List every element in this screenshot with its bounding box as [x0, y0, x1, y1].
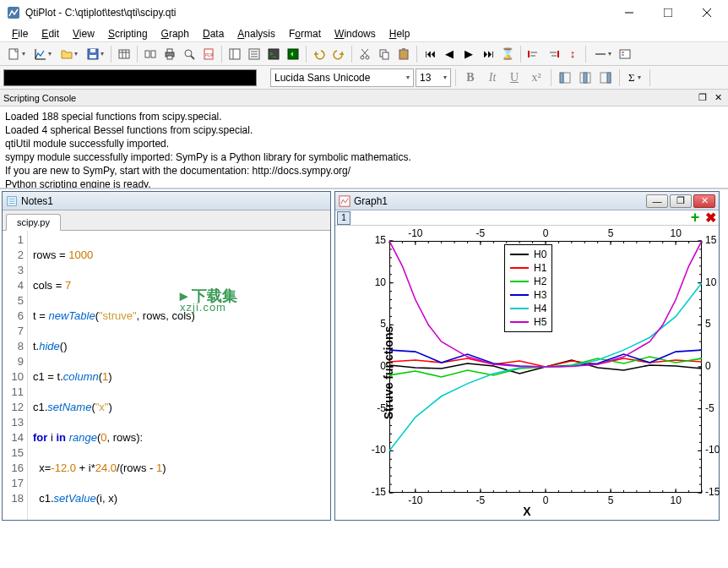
svg-rect-40	[402, 48, 405, 51]
legend-label: H3	[534, 288, 546, 302]
underline-button[interactable]: U	[504, 68, 524, 87]
menu-file[interactable]: File	[5, 26, 35, 41]
notes-tabstrip: scipy.py	[3, 210, 330, 231]
console-close-button[interactable]: ✕	[711, 91, 725, 105]
y-tick: -15	[366, 486, 386, 498]
code-text[interactable]: rows = 1000 cols = 7 t = newTable("struv…	[28, 231, 330, 520]
notes-window[interactable]: Notes1 scipy.py 123456789101112131415161…	[2, 191, 331, 521]
project-explorer-button[interactable]	[225, 45, 244, 63]
graph-minimize-button[interactable]: —	[646, 194, 668, 208]
svg-rect-18	[167, 49, 172, 52]
menu-view[interactable]: View	[66, 26, 101, 41]
y-tick-right: 5	[705, 318, 711, 330]
script-window-button[interactable]: >_	[264, 45, 283, 63]
layer-1-button[interactable]: 1	[337, 211, 350, 225]
skip-fwd-button[interactable]: ⏭	[479, 45, 497, 63]
plot-area[interactable]: Struve functions X -10-10-5-500551010-15…	[335, 226, 719, 520]
y-tick-right: 10	[705, 276, 716, 288]
color-preview[interactable]	[3, 69, 257, 86]
legend-label: H0	[534, 248, 546, 261]
step-fwd-button[interactable]: ▶	[459, 45, 478, 63]
graph-titlebar[interactable]: Graph1 — ❐ ✕	[335, 192, 719, 210]
save-button[interactable]: ▾	[82, 45, 107, 63]
format-toolbar: Lucida Sans Unicode▾ 13▾ B It U x² Σ▾	[0, 66, 728, 90]
x-tick: -5	[470, 494, 491, 506]
menu-analysis[interactable]: Analysis	[231, 26, 282, 41]
menu-format[interactable]: Format	[282, 26, 328, 41]
legend-label: H4	[534, 302, 546, 315]
window-titlebar: QtiPlot - C:\qtiplot\test\qti\scipy.qti	[0, 0, 728, 25]
results-log-button[interactable]	[245, 45, 263, 63]
add-layer-button[interactable]: +	[688, 211, 702, 225]
step-back-button[interactable]: ◀	[440, 45, 459, 63]
legend-button[interactable]	[616, 45, 634, 63]
y-tick: 10	[366, 276, 386, 288]
col-mid-icon[interactable]	[576, 68, 595, 87]
open-button[interactable]: ▾	[56, 45, 81, 63]
new-project-button[interactable]: ▾	[3, 45, 29, 63]
legend[interactable]: H0H1H2H3H4H5	[504, 244, 552, 332]
font-size-select[interactable]: 13▾	[416, 68, 451, 87]
window-maximize-button[interactable]	[649, 0, 687, 25]
x-axis-label[interactable]: X	[523, 505, 530, 518]
legend-label: H2	[534, 275, 546, 288]
undo-stack-button[interactable]	[284, 45, 302, 63]
italic-button[interactable]: It	[482, 68, 503, 87]
export-pdf-button[interactable]: PDF	[199, 45, 218, 63]
print-button[interactable]	[160, 45, 179, 63]
preview-button[interactable]	[180, 45, 198, 63]
align-left-icon[interactable]	[524, 45, 543, 63]
remove-layer-button[interactable]: ✖	[704, 211, 717, 225]
paste-button[interactable]	[394, 45, 413, 63]
graph-window[interactable]: Graph1 — ❐ ✕ 1 + ✖ Struve functions X -1…	[334, 191, 720, 521]
menu-graph[interactable]: Graph	[155, 26, 196, 41]
graph-close-button[interactable]: ✕	[693, 194, 715, 208]
new-table-button[interactable]	[115, 45, 133, 63]
menu-windows[interactable]: Windows	[328, 26, 383, 41]
svg-rect-51	[560, 73, 563, 83]
window-close-button[interactable]	[687, 0, 726, 25]
y-tick-right: 0	[705, 360, 711, 372]
bold-button[interactable]: B	[460, 68, 481, 87]
code-editor[interactable]: 123456789101112131415161718 rows = 1000 …	[3, 231, 330, 520]
x-tick-top: 0	[535, 227, 556, 239]
sigma-button[interactable]: Σ▾	[624, 68, 645, 87]
y-tick-right: 15	[705, 234, 716, 246]
line-style-button[interactable]: ▾	[589, 45, 615, 63]
svg-point-20	[185, 50, 192, 57]
console-line: qtiUtil module successfully imported.	[5, 137, 723, 150]
notes-title: Notes1	[21, 195, 327, 207]
main-toolbar: ▾ ▾ ▾ ▾ PDF >_ ⏮ ◀ ▶ ⏭ ⌛ ↕ ▾	[0, 42, 728, 66]
sort-icon[interactable]: ↕	[563, 45, 582, 63]
app-icon	[7, 6, 20, 19]
cut-button[interactable]	[356, 45, 374, 63]
menu-data[interactable]: Data	[196, 26, 231, 41]
svg-line-21	[191, 56, 194, 59]
skip-back-button[interactable]: ⏮	[421, 45, 439, 63]
duplicate-button[interactable]	[141, 45, 160, 63]
notes-titlebar[interactable]: Notes1	[3, 192, 330, 210]
tab-scipy[interactable]: scipy.py	[6, 214, 61, 231]
menu-scripting[interactable]: Scripting	[101, 26, 155, 41]
graph-maximize-button[interactable]: ❐	[670, 194, 692, 208]
align-right-icon[interactable]	[544, 45, 562, 63]
undo-button[interactable]	[310, 45, 329, 63]
new-graph-button[interactable]: ▾	[30, 45, 55, 63]
redo-button[interactable]	[329, 45, 348, 63]
col-left-icon[interactable]	[556, 68, 574, 87]
hourglass-icon[interactable]: ⌛	[498, 45, 517, 63]
console-float-button[interactable]: ❐	[696, 91, 709, 105]
svg-point-34	[366, 56, 369, 59]
col-right-icon[interactable]	[596, 68, 615, 87]
layer-bar: 1 + ✖	[335, 210, 719, 226]
console-line: If you are new to SymPy, start with the …	[5, 164, 723, 178]
superscript-button[interactable]: x²	[526, 68, 546, 87]
window-minimize-button[interactable]	[610, 0, 649, 25]
x-tick-top: -10	[405, 227, 426, 239]
y-tick: -10	[366, 444, 386, 456]
copy-button[interactable]	[375, 45, 394, 63]
menu-edit[interactable]: Edit	[35, 26, 66, 41]
menu-help[interactable]: Help	[383, 26, 417, 41]
font-select[interactable]: Lucida Sans Unicode▾	[270, 68, 414, 87]
svg-line-36	[361, 49, 367, 56]
